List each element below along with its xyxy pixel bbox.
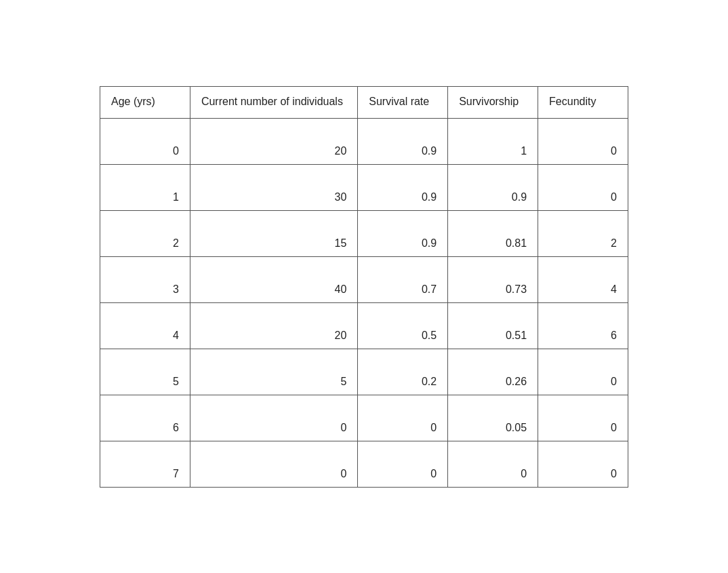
table-header-row: Age (yrs) Current number of individuals … bbox=[100, 86, 628, 118]
cell-row5-survivorship: 0.26 bbox=[448, 349, 538, 395]
cell-row3-survival_rate: 0.7 bbox=[358, 256, 448, 302]
cell-row7-fecundity: 0 bbox=[538, 441, 628, 487]
cell-row3-age: 3 bbox=[100, 256, 190, 302]
cell-row5-survival_rate: 0.2 bbox=[358, 349, 448, 395]
cell-row5-fecundity: 0 bbox=[538, 349, 628, 395]
cell-row1-individuals: 30 bbox=[190, 164, 357, 210]
cell-row6-survivorship: 0.05 bbox=[448, 395, 538, 441]
cell-row6-individuals: 0 bbox=[190, 395, 357, 441]
cell-row5-age: 5 bbox=[100, 349, 190, 395]
cell-row4-fecundity: 6 bbox=[538, 302, 628, 349]
cell-row7-age: 7 bbox=[100, 441, 190, 487]
cell-row1-age: 1 bbox=[100, 164, 190, 210]
cell-row3-survivorship: 0.73 bbox=[448, 256, 538, 302]
cell-row3-individuals: 40 bbox=[190, 256, 357, 302]
cell-row1-survivorship: 0.9 bbox=[448, 164, 538, 210]
cell-row1-fecundity: 0 bbox=[538, 164, 628, 210]
col-header-age: Age (yrs) bbox=[100, 86, 190, 118]
cell-row5-individuals: 5 bbox=[190, 349, 357, 395]
cell-row6-survival_rate: 0 bbox=[358, 395, 448, 441]
col-header-fecundity: Fecundity bbox=[538, 86, 628, 118]
cell-row3-fecundity: 4 bbox=[538, 256, 628, 302]
table-row: 3400.70.734 bbox=[100, 256, 628, 302]
table-row: 4200.50.516 bbox=[100, 302, 628, 349]
cell-row7-survival_rate: 0 bbox=[358, 441, 448, 487]
table-row: 70000 bbox=[100, 441, 628, 487]
cell-row0-survival_rate: 0.9 bbox=[358, 118, 448, 164]
cell-row7-survivorship: 0 bbox=[448, 441, 538, 487]
cell-row6-fecundity: 0 bbox=[538, 395, 628, 441]
cell-row2-individuals: 15 bbox=[190, 210, 357, 256]
cell-row2-fecundity: 2 bbox=[538, 210, 628, 256]
table-row: 0200.910 bbox=[100, 118, 628, 164]
cell-row4-age: 4 bbox=[100, 302, 190, 349]
col-header-survivorship: Survivorship bbox=[448, 86, 538, 118]
cell-row0-fecundity: 0 bbox=[538, 118, 628, 164]
table-row: 6000.050 bbox=[100, 395, 628, 441]
cell-row7-individuals: 0 bbox=[190, 441, 357, 487]
cell-row1-survival_rate: 0.9 bbox=[358, 164, 448, 210]
cell-row2-age: 2 bbox=[100, 210, 190, 256]
population-table: Age (yrs) Current number of individuals … bbox=[100, 86, 628, 488]
col-header-individuals: Current number of individuals bbox=[190, 86, 357, 118]
table-container: Age (yrs) Current number of individuals … bbox=[86, 73, 642, 501]
cell-row4-survivorship: 0.51 bbox=[448, 302, 538, 349]
cell-row0-age: 0 bbox=[100, 118, 190, 164]
cell-row2-survivorship: 0.81 bbox=[448, 210, 538, 256]
table-row: 550.20.260 bbox=[100, 349, 628, 395]
cell-row6-age: 6 bbox=[100, 395, 190, 441]
cell-row0-individuals: 20 bbox=[190, 118, 357, 164]
col-header-survival-rate: Survival rate bbox=[358, 86, 448, 118]
cell-row0-survivorship: 1 bbox=[448, 118, 538, 164]
cell-row2-survival_rate: 0.9 bbox=[358, 210, 448, 256]
table-row: 1300.90.90 bbox=[100, 164, 628, 210]
table-row: 2150.90.812 bbox=[100, 210, 628, 256]
cell-row4-survival_rate: 0.5 bbox=[358, 302, 448, 349]
cell-row4-individuals: 20 bbox=[190, 302, 357, 349]
